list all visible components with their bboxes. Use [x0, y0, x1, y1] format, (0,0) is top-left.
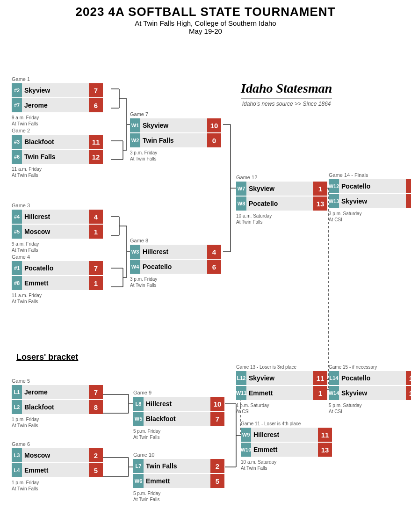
game13-team2-seed: W11 — [236, 386, 246, 400]
game3-team1-seed: #4 — [12, 210, 22, 224]
game6-team2-seed: L4 — [12, 463, 22, 477]
game5-block: Game 5 L1 Jerome 7 L2 Blackfoot 8 1 p.m.… — [12, 378, 103, 429]
game9-label: Game 9 — [133, 390, 224, 395]
game9-team2-name: Blackfoot — [144, 412, 210, 426]
game15-info: 5 p.m. SaturdayAt CSI — [329, 402, 411, 415]
game13-label: Game 13 - Loser is 3rd place — [236, 364, 327, 370]
game10-team2-row: W6 Emmett 5 — [133, 474, 224, 488]
game13-team1-name: Skyview — [246, 371, 313, 385]
game1-team2-row: #7 Jerome 6 — [12, 98, 103, 112]
game3-team2-row: #5 Moscow 1 — [12, 225, 103, 239]
game13-block: Game 13 - Loser is 3rd place L12 Skyview… — [236, 364, 327, 415]
game2-team1-name: Blackfoot — [22, 135, 89, 149]
game15-block: Game 15 - if necessary L14 Pocatello 10 … — [329, 364, 411, 415]
game8-team1-score: 4 — [207, 245, 221, 259]
game12-info: 10 a.m. SaturdayAt Twin Falls — [236, 213, 327, 225]
game6-team2-row: L4 Emmett 5 — [12, 463, 103, 477]
game9-info: 5 p.m. FridayAt Twin Falls — [133, 428, 224, 440]
game2-team1-score: 11 — [89, 135, 103, 149]
game15-team2-seed: W14 — [329, 386, 339, 400]
game14-team1-score: 3 — [406, 179, 411, 193]
logo-name: Idaho Statesman — [241, 81, 332, 96]
game10-matchup: L7 Twin Falls 2 W6 Emmett 5 — [133, 459, 224, 489]
game4-label: Game 4 — [12, 254, 103, 260]
game5-team2-seed: L2 — [12, 400, 22, 414]
game4-team2-name: Emmett — [22, 276, 89, 290]
game1-matchup: #2 Skyview 7 #7 Jerome 6 — [12, 83, 103, 113]
game2-team2-score: 12 — [89, 150, 103, 164]
game3-team2-name: Moscow — [22, 225, 89, 239]
game2-block: Game 2 #3 Blackfoot 11 #6 Twin Falls 12 … — [12, 128, 103, 178]
header: 2023 4A SOFTBALL STATE TOURNAMENT At Twi… — [7, 5, 404, 35]
game9-team2-score: 7 — [210, 412, 224, 426]
game8-team2-name: Pocatello — [140, 260, 207, 274]
game4-team2-score: 1 — [89, 276, 103, 290]
game7-block: Game 7 W1 Skyview 10 W2 Twin Falls 0 3 p… — [130, 111, 221, 162]
game10-team1-score: 2 — [210, 459, 224, 473]
game7-team1-seed: W1 — [130, 118, 140, 132]
game12-team2-name: Pocatello — [246, 197, 313, 211]
game3-block: Game 3 #4 Hillcrest 4 #5 Moscow 1 9 a.m.… — [12, 203, 103, 253]
game14-matchup: W12 Pocatello 3 W13 Skyview 7 — [329, 179, 411, 209]
game14-info: 3 p.m. SaturdayAt CSI — [329, 211, 411, 223]
game9-team2-row: W5 Blackfoot 7 — [133, 412, 224, 426]
game4-team1-name: Pocatello — [22, 261, 89, 275]
game8-label: Game 8 — [130, 238, 221, 243]
game2-team1-row: #3 Blackfoot 11 — [12, 135, 103, 149]
game4-info: 11 a.m. FridayAt Twin Falls — [12, 292, 103, 305]
game6-info: 1 p.m. FridayAt Twin Falls — [12, 480, 103, 492]
losers-bracket-label-container: Losers' bracket — [12, 348, 78, 364]
subtitle: At Twin Falls High, College of Southern … — [7, 19, 404, 27]
game1-team2-name: Jerome — [22, 98, 89, 112]
game15-label: Game 15 - if necessary — [329, 364, 411, 370]
game1-team1-name: Skyview — [22, 83, 89, 97]
game1-info: 9 a.m. FridayAt Twin Falls — [12, 115, 103, 127]
game7-team1-name: Skyview — [140, 118, 207, 132]
game11-team1-score: 11 — [318, 428, 332, 442]
bracket-container: Game 1 #2 Skyview 7 #7 Jerome 6 9 a.m. F… — [7, 39, 411, 532]
game13-team2-name: Emmett — [246, 386, 313, 400]
game14-team1-row: W12 Pocatello 3 — [329, 179, 411, 193]
game5-team2-name: Blackfoot — [22, 400, 89, 414]
game6-matchup: L3 Moscow 2 L4 Emmett 5 — [12, 448, 103, 478]
game10-team1-name: Twin Falls — [144, 459, 210, 473]
game6-label: Game 6 — [12, 441, 103, 447]
game1-team1-seed: #2 — [12, 83, 22, 97]
game5-team2-score: 8 — [89, 400, 103, 414]
game15-team1-name: Pocatello — [339, 371, 406, 385]
losers-bracket-label: Losers' bracket — [16, 352, 78, 362]
game5-team1-score: 7 — [89, 385, 103, 399]
game3-team2-seed: #5 — [12, 225, 22, 239]
game1-label: Game 1 — [12, 76, 103, 82]
game7-info: 3 p.m. FridayAt Twin Falls — [130, 150, 221, 162]
game10-team1-row: L7 Twin Falls 2 — [133, 459, 224, 473]
game1-team1-score: 7 — [89, 83, 103, 97]
game10-team2-seed: W6 — [133, 474, 144, 488]
game7-label: Game 7 — [130, 111, 221, 117]
game8-team1-name: Hillcrest — [140, 245, 207, 259]
game10-info: 5 p.m. FridayAt Twin Falls — [133, 490, 224, 503]
game4-team2-seed: #8 — [12, 276, 22, 290]
game13-team2-row: W11 Emmett 1 — [236, 386, 327, 400]
game2-team2-row: #6 Twin Falls 12 — [12, 150, 103, 164]
game11-team2-name: Emmett — [251, 443, 318, 457]
game8-team1-seed: W3 — [130, 245, 140, 259]
game8-block: Game 8 W3 Hillcrest 4 W4 Pocatello 6 3 p… — [130, 238, 221, 288]
game6-team2-score: 5 — [89, 463, 103, 477]
game7-matchup: W1 Skyview 10 W2 Twin Falls 0 — [130, 118, 221, 148]
game7-team2-name: Twin Falls — [140, 133, 207, 147]
game6-team2-name: Emmett — [22, 463, 89, 477]
game7-team2-row: W2 Twin Falls 0 — [130, 133, 221, 147]
game5-info: 1 p.m. FridayAt Twin Falls — [12, 416, 103, 429]
game14-team2-seed: W13 — [329, 194, 339, 208]
game3-team2-score: 1 — [89, 225, 103, 239]
game13-team1-score: 11 — [313, 371, 327, 385]
game3-info: 9 a.m. FridayAt Twin Falls — [12, 241, 103, 253]
game12-team1-seed: W7 — [236, 182, 246, 196]
game13-team1-row: L12 Skyview 11 — [236, 371, 327, 385]
game11-team1-seed: W9 — [241, 428, 251, 442]
game3-label: Game 3 — [12, 203, 103, 208]
game5-team1-name: Jerome — [22, 385, 89, 399]
game15-team1-row: L14 Pocatello 10 — [329, 371, 411, 385]
game15-matchup: L14 Pocatello 10 W14 Skyview 12 — [329, 371, 411, 401]
